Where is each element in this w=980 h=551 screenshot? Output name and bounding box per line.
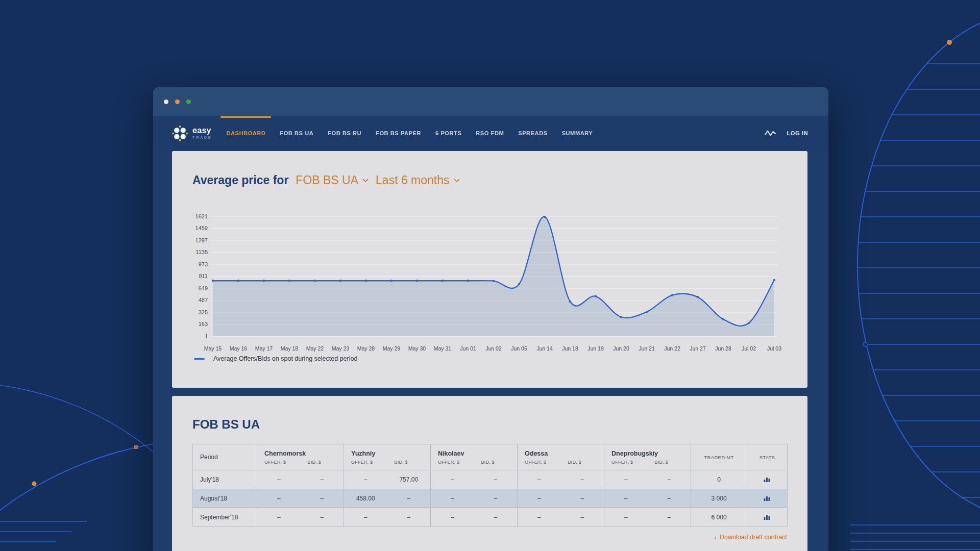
- offer-cell: –: [344, 470, 387, 489]
- bid-cell: –: [474, 470, 518, 489]
- decor-lines-bottom-right: [850, 525, 980, 549]
- window-control-maximize[interactable]: [186, 99, 191, 104]
- bid-cell: –: [387, 508, 431, 527]
- nav-right: LOG IN: [765, 129, 808, 137]
- nav-item-fob-bs-ua[interactable]: FOB BS UA: [280, 116, 313, 150]
- stats-cell: [747, 508, 788, 527]
- window-control-close[interactable]: [164, 99, 168, 104]
- legend-line-swatch: [194, 358, 205, 360]
- nav-item-fob-bs-ru[interactable]: FOB BS RU: [328, 116, 361, 150]
- offer-cell: –: [604, 489, 648, 508]
- data-point: [416, 280, 418, 282]
- nav-item-spreads[interactable]: SPREADS: [518, 116, 547, 150]
- nav-menu: DASHBOARDFOB BS UAFOB BS RUFOB BS PAPER6…: [226, 116, 593, 150]
- data-point: [697, 296, 699, 298]
- stats-cell: [747, 489, 788, 508]
- decor-right-arc: [857, 10, 980, 520]
- logo-flower-icon: [172, 126, 188, 141]
- y-tick-label: 163: [199, 321, 208, 327]
- nav-item-6-ports[interactable]: 6 PORTS: [435, 116, 461, 150]
- download-draft-contract-link[interactable]: ↓ Download draft contract: [192, 534, 787, 541]
- traded-mt-cell: 6 000: [691, 508, 747, 527]
- offer-cell: –: [518, 508, 561, 527]
- logo-text-trade: TRADE: [192, 136, 212, 140]
- stats-icon[interactable]: [764, 495, 771, 501]
- x-tick-label: Jun 21: [639, 345, 655, 352]
- x-tick-label: May 16: [230, 345, 248, 352]
- col-offer: OFFER, $: [518, 457, 561, 470]
- x-tick-label: May 22: [306, 345, 324, 352]
- x-tick-label: Jul 03: [767, 345, 781, 352]
- col-bid: BID, $: [561, 457, 604, 470]
- period-cell: August'18: [193, 489, 257, 508]
- bid-cell: –: [301, 489, 344, 508]
- x-tick-label: Jun 19: [587, 345, 604, 352]
- decor-lines-bottom-left: [0, 521, 87, 542]
- data-point: [314, 280, 316, 282]
- bid-cell: –: [648, 470, 691, 489]
- x-tick-label: May 28: [357, 345, 375, 352]
- offer-cell: –: [431, 470, 474, 489]
- x-tick-label: Jun 02: [485, 345, 502, 352]
- x-tick-label: Jun 05: [511, 345, 527, 352]
- stats-icon[interactable]: [764, 476, 771, 482]
- market-table-card: FOB BS UA PeriodChernomorskYuzhniyNikola…: [172, 396, 807, 551]
- decor-node-left: [134, 445, 138, 449]
- x-tick-label: May 17: [255, 345, 273, 352]
- x-tick-label: May 18: [281, 345, 299, 352]
- table-row[interactable]: July'18–––757.00––––––0: [193, 470, 788, 489]
- bid-cell: –: [301, 508, 344, 527]
- y-tick-label: 811: [199, 273, 208, 279]
- window-titlebar: [153, 87, 828, 116]
- col-port-chernomorsk: Chernomorsk: [257, 444, 344, 458]
- col-bid: BID, $: [387, 457, 431, 470]
- data-point: [620, 316, 622, 318]
- data-point: [365, 280, 367, 282]
- main-navigation: easy TRADE DASHBOARDFOB BS UAFOB BS RUFO…: [153, 116, 828, 150]
- chevron-down-icon: [362, 179, 369, 182]
- activity-icon[interactable]: [765, 129, 776, 137]
- table-title: FOB BS UA: [192, 417, 787, 432]
- chart-legend: Average Offers/Bids on spot during selec…: [194, 355, 357, 362]
- data-point: [646, 311, 648, 313]
- window-control-minimize[interactable]: [175, 99, 180, 104]
- offer-cell: –: [604, 508, 648, 527]
- col-offer: OFFER, $: [431, 457, 474, 470]
- data-point: [748, 322, 750, 324]
- bid-cell: –: [648, 508, 691, 527]
- chart-title: Average price for: [192, 173, 288, 187]
- instrument-selector[interactable]: FOB BS UA: [296, 173, 369, 187]
- nav-item-rso-fdm[interactable]: RSO FDM: [476, 116, 504, 150]
- stats-icon[interactable]: [764, 514, 771, 520]
- col-port-nikolaev: Nikolaev: [431, 444, 518, 458]
- offer-cell: –: [257, 470, 301, 489]
- nav-item-dashboard[interactable]: DASHBOARD: [226, 116, 265, 150]
- login-button[interactable]: LOG IN: [787, 130, 808, 136]
- col-traded-mt: TRADED MT: [691, 444, 747, 470]
- x-tick-label: May 31: [434, 345, 452, 352]
- y-tick-label: 1135: [195, 249, 208, 255]
- table-row[interactable]: August'18––458.00–––––––3 000: [193, 489, 788, 508]
- x-tick-label: May 23: [332, 345, 350, 352]
- bid-cell: –: [561, 470, 604, 489]
- x-tick-label: Jun 01: [460, 345, 476, 352]
- offer-cell: –: [257, 489, 301, 508]
- data-point: [288, 280, 290, 282]
- data-point: [467, 280, 469, 282]
- x-tick-label: Jun 20: [613, 345, 629, 352]
- nav-item-fob-bs-paper[interactable]: FOB BS PAPER: [376, 116, 421, 150]
- col-port-yuzhniy: Yuzhniy: [344, 444, 431, 458]
- data-point: [390, 280, 393, 282]
- data-point: [722, 318, 724, 320]
- y-tick-label: 1297: [195, 237, 208, 243]
- y-tick-label: 1459: [195, 225, 208, 231]
- x-tick-label: May 30: [408, 345, 426, 352]
- bid-cell: –: [301, 470, 344, 489]
- period-selector[interactable]: Last 6 months: [376, 173, 459, 187]
- data-point: [263, 280, 265, 282]
- nav-item-summary[interactable]: SUMMARY: [562, 116, 593, 150]
- x-tick-label: Jul 02: [742, 345, 756, 352]
- table-row[interactable]: September'18––––––––––6 000: [193, 508, 788, 527]
- logo[interactable]: easy TRADE: [172, 126, 212, 141]
- col-bid: BID, $: [301, 457, 344, 470]
